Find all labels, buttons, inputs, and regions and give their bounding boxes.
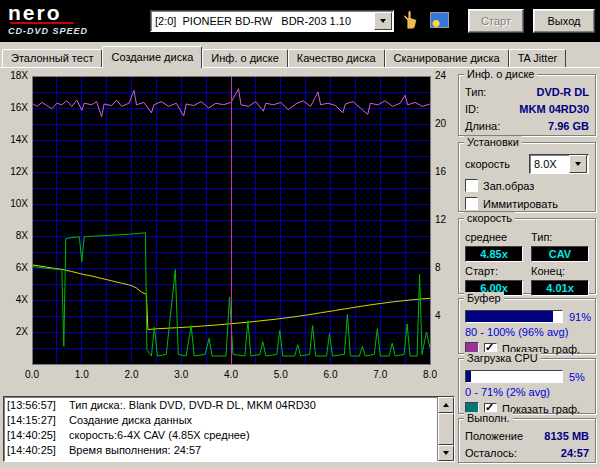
- cpu-panel: Загрузка CPU 5% 0 - 71% (2% avg) Показат…: [458, 358, 596, 414]
- simulate-checkbox-box[interactable]: [465, 197, 478, 210]
- y-right-tick: 12: [435, 214, 447, 225]
- cpu-bar-row: 5%: [465, 370, 589, 383]
- log-timestamp: [14:40:25]: [7, 428, 69, 443]
- x-axis-tick: 2.0: [125, 369, 139, 380]
- position-label: Положение: [465, 430, 523, 442]
- scroll-down-button[interactable]: [438, 445, 454, 461]
- buffer-bar-row: 91%: [465, 310, 589, 323]
- tab-create-disc[interactable]: Создание диска: [102, 46, 202, 68]
- y-left-tick: 4X: [16, 294, 29, 305]
- cpu-range: 0 - 71% (2% avg): [465, 386, 589, 398]
- x-axis-tick: 1.0: [75, 369, 89, 380]
- speed-avg-label: среднее: [465, 231, 523, 243]
- log-line: [14:15:27]Создание диска данных: [7, 413, 434, 428]
- speed-end-label: Конец:: [531, 265, 589, 277]
- y-right-tick: 24: [435, 70, 447, 81]
- log-text: скорость:6-4Х CAV (4.85Х среднее): [69, 429, 250, 441]
- speed-start-label: Старт:: [465, 265, 523, 277]
- speed-panel: скорость среднее Тип: 4.85x CAV Старт: К…: [458, 218, 596, 294]
- x-axis-tick: 4.0: [224, 369, 238, 380]
- y-left-tick: 12X: [10, 166, 28, 177]
- log-line: [14:40:25]скорость:6-4Х CAV (4.85Х средн…: [7, 428, 434, 443]
- logo-subtext: CD-DVD SPEED: [8, 26, 140, 36]
- disc-length-row: Длина: 7.96 GB: [465, 120, 589, 132]
- log-list: [13:56:57]Тип диска:. Blank DVD, DVD-R D…: [4, 397, 437, 461]
- y-left-tick: 18X: [10, 70, 28, 81]
- speed-title: скорость: [464, 212, 515, 225]
- settings-panel: Установки скорость 8.0X Зап.образ Иммити…: [458, 142, 596, 212]
- log-text: Время выполнения: 24:57: [69, 444, 201, 456]
- disc-info-title: Инф. о диске: [464, 68, 537, 81]
- disc-id-label: ID:: [465, 103, 479, 115]
- logo-text: nero: [8, 3, 140, 22]
- header-bar: nero CD-DVD SPEED [2:0] PIONEER BD-RW BD…: [0, 0, 600, 42]
- disc-type-row: Тип: DVD-R DL: [465, 86, 589, 98]
- elapsed-row: Осталось: 24:57: [465, 447, 589, 459]
- status-log: [13:56:57]Тип диска:. Blank DVD, DVD-R D…: [3, 396, 455, 462]
- scroll-up-button[interactable]: [438, 397, 454, 413]
- x-axis-tick: 6.0: [324, 369, 338, 380]
- exit-button[interactable]: Выход: [533, 9, 595, 33]
- elapsed-value: 24:57: [561, 447, 589, 459]
- tab-disc-info[interactable]: Инф. о диске: [202, 49, 287, 67]
- progress-title: Выполн.: [464, 412, 513, 425]
- position-row: Положение 8135 МВ: [465, 430, 589, 442]
- speed-type-label: Тип:: [531, 231, 589, 243]
- buffer-title: Буфер: [464, 292, 504, 305]
- y-left-tick: 10X: [10, 198, 28, 209]
- scroll-thumb[interactable]: [438, 413, 454, 445]
- hand-cursor-icon[interactable]: [400, 9, 420, 31]
- cpu-load-bar: [465, 370, 563, 383]
- log-scrollbar[interactable]: [437, 397, 454, 461]
- y-left-tick: 14X: [10, 134, 28, 145]
- x-axis-tick: 5.0: [274, 369, 288, 380]
- drive-select[interactable]: [2:0] PIONEER BD-RW BDR-203 1.10: [150, 10, 394, 32]
- record-image-checkbox[interactable]: Зап.образ: [465, 179, 589, 192]
- buffer-percent: 91%: [569, 311, 591, 323]
- y-right-tick: 20: [435, 118, 447, 129]
- tab-benchmark[interactable]: Эталонный тест: [2, 49, 102, 67]
- y-right-tick: 4: [435, 310, 441, 321]
- drive-select-dropdown-button[interactable]: [374, 12, 392, 30]
- disc-info-panel: Инф. о диске Тип: DVD-R DL ID: MKM 04RD3…: [458, 74, 596, 136]
- log-timestamp: [14:15:27]: [7, 413, 69, 428]
- tab-scan-disc[interactable]: Сканирование диска: [385, 49, 509, 67]
- tab-bar: Эталонный тест Создание диска Инф. о дис…: [2, 45, 566, 67]
- arrow-up-icon: [443, 403, 449, 407]
- speed-chart: 2X4X6X8X10X12X14X16X18X48121620240.01.02…: [2, 70, 454, 382]
- progress-panel: Выполн. Положение 8135 МВ Осталось: 24:5…: [458, 418, 596, 463]
- speed-type-value: CAV: [531, 246, 589, 262]
- drive-select-value: [2:0] PIONEER BD-RW BDR-203 1.10: [151, 15, 373, 27]
- speed-avg-value: 4.85x: [465, 246, 523, 262]
- y-left-tick: 8X: [16, 230, 29, 241]
- log-text: Тип диска:. Blank DVD, DVD-R DL, MKM 04R…: [69, 399, 316, 411]
- record-image-checkbox-box[interactable]: [465, 179, 478, 192]
- x-axis-tick: 0.0: [25, 369, 39, 380]
- disc-length-value: 7.96 GB: [548, 120, 589, 132]
- y-left-tick: 16X: [10, 102, 28, 113]
- buffer-level-bar: [465, 310, 563, 323]
- start-button[interactable]: Старт: [468, 9, 524, 33]
- y-right-tick: 8: [435, 262, 441, 273]
- tab-ta-jitter[interactable]: TA Jitter: [509, 49, 567, 67]
- tab-disc-quality[interactable]: Качество диска: [288, 49, 385, 67]
- y-right-tick: 16: [435, 166, 447, 177]
- write-speed-value: 8.0X: [530, 158, 568, 170]
- record-image-label: Зап.образ: [483, 180, 534, 192]
- buffer-panel: Буфер 91% 80 - 100% (96% avg) Показать г…: [458, 298, 596, 354]
- x-axis-tick: 8.0: [423, 369, 437, 380]
- log-timestamp: [13:56:57]: [7, 398, 69, 413]
- write-speed-select[interactable]: 8.0X: [529, 154, 589, 174]
- settings-title: Установки: [464, 136, 522, 149]
- position-value: 8135 МВ: [544, 430, 589, 442]
- buffer-level-fill: [466, 311, 553, 322]
- write-speed-label: скорость: [465, 158, 510, 170]
- disc-id-row: ID: MKM 04RD30: [465, 103, 589, 115]
- x-axis-tick: 3.0: [174, 369, 188, 380]
- y-left-tick: 6X: [16, 262, 29, 273]
- y-left-tick: 2X: [16, 326, 29, 337]
- simulate-checkbox[interactable]: Иммитировать: [465, 197, 589, 210]
- elapsed-label: Осталось:: [465, 447, 517, 459]
- screenshot-icon[interactable]: [430, 12, 449, 28]
- write-speed-dropdown-button[interactable]: [569, 155, 587, 173]
